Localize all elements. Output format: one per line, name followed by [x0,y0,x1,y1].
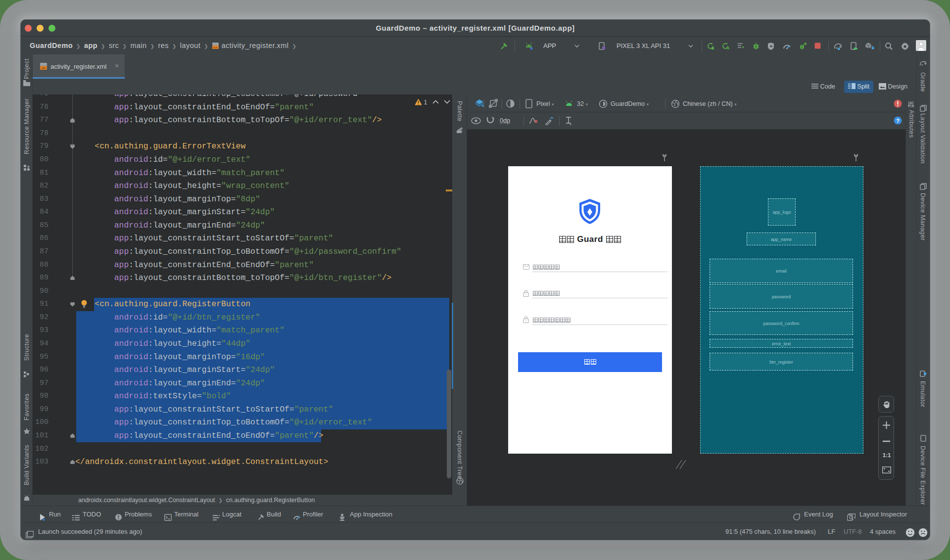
svg-text:<>: <> [42,66,46,70]
svg-text:<>: <> [214,46,218,49]
svg-text:A: A [727,46,729,50]
svg-text:?: ? [896,118,900,124]
